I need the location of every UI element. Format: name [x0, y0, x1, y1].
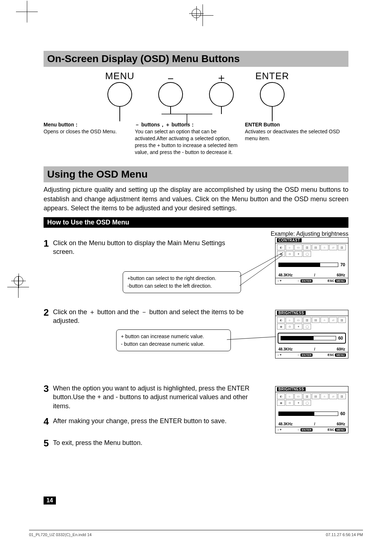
example-label: Example: Adjusting brightness	[44, 231, 348, 237]
osd-tab-icon: ⌂	[320, 317, 328, 323]
osd-title: BRIGHTNESS	[277, 387, 306, 391]
menu-button-desc-head: Menu button：	[44, 122, 79, 127]
osd-title: CONTRAST	[277, 238, 302, 242]
osd-icon-row: ◐☼▭▥▤⌂ ▱▥◉⊙✦◯	[275, 392, 348, 407]
osd-tab-icon: ✦	[294, 251, 302, 257]
osd-tab-icon: ▱	[329, 317, 337, 323]
page-content: On-Screen Display (OSD) Menu Buttons MEN…	[44, 51, 348, 505]
plus-button-icon	[209, 82, 234, 107]
leader-line	[221, 107, 222, 114]
osd-tab-icon: ☼	[286, 393, 294, 399]
osd-panel-brightness: BRIGHTNESS ◐☼▭▥▤⌂ ▱▥◉⊙✦◯ 60 48.3KHz / 60…	[275, 386, 348, 433]
footer-left: 01_PL720_UZ 0332(C)_En.indd 14	[29, 532, 91, 537]
osd-tab-icon: ▥	[303, 244, 311, 250]
osd-tab-icon: ◐	[277, 317, 285, 323]
step-1: 1 Click on the Menu button to display th…	[44, 239, 232, 256]
osd-tab-icon: ⌂	[320, 393, 328, 399]
osd-value-row: 60	[278, 333, 346, 344]
osd-icon-row: ◐☼▭▥▤⌂ ▱▥◉⊙✦◯	[275, 316, 348, 331]
osd-value: 60	[338, 336, 343, 341]
enter-button-desc-head: ENTER Button	[245, 122, 280, 127]
menu-button-col: MENU	[102, 70, 138, 121]
callout-numeric: + button can increase numeric value. - b…	[116, 329, 231, 351]
step-text: When the option you want to adjust is hi…	[53, 384, 261, 410]
plusminus-button-desc: － buttons，＋ buttons： You can select an o…	[135, 121, 238, 155]
enter-button-col: ENTER	[254, 70, 290, 121]
osd-footer: - + → ENTER ESC MENU	[275, 352, 348, 358]
arrow-icon: →	[297, 279, 300, 283]
step-3: 3 When the option you want to adjust is …	[44, 384, 261, 410]
osd-tab-icon: ⊙	[286, 251, 294, 257]
plus-button-col: ＋	[203, 70, 240, 121]
osd-value: 70	[340, 262, 345, 267]
osd-tab-icon: ⊙	[286, 400, 294, 406]
osd-menu-tag: MENU	[335, 353, 346, 357]
print-footer: 01_PL720_UZ 0332(C)_En.indd 14 07.11.27 …	[29, 530, 363, 537]
menu-button-icon	[107, 82, 132, 107]
osd-slider	[278, 412, 338, 416]
osd-menu-tag: MENU	[335, 279, 346, 283]
step-number: 3	[44, 384, 52, 410]
osd-tab-icon: ▥	[338, 317, 346, 323]
osd-tab-icon: ☼	[286, 244, 294, 250]
minus-button-col: －	[152, 70, 189, 121]
osd-freq: 48.3KHz	[278, 347, 293, 351]
step-2: 2 Click on the ＋ button and the － button…	[44, 308, 261, 325]
step-text: To exit, press the Menu button.	[53, 438, 261, 448]
registration-left	[14, 276, 23, 285]
osd-tab-icon: ▥	[338, 244, 346, 250]
step-text: After making your change, press the ENTE…	[53, 417, 261, 426]
leader-line	[119, 107, 120, 121]
connector-svg	[44, 70, 348, 129]
arrow-icon: →	[297, 353, 300, 357]
svg-line-4	[227, 337, 276, 340]
enter-button-desc-text: Activates or deactivates the selected OS…	[245, 129, 340, 141]
osd-hz: 60Hz	[337, 347, 345, 351]
osd-tab-icon: ◉	[277, 251, 285, 257]
osd-footer-mp: - +	[278, 279, 282, 283]
osd-freq-row: 48.3KHz / 60Hz	[275, 421, 348, 427]
osd-hz: 60Hz	[337, 422, 345, 426]
osd-esc: ESC	[327, 279, 334, 283]
osd-header: CONTRAST	[275, 238, 348, 243]
osd-tab-icon: ▱	[329, 393, 337, 399]
osd-tab-icon: ▤	[312, 393, 320, 399]
step-text: Click on the Menu button to display the …	[53, 239, 232, 256]
section-title-osd-buttons: On-Screen Display (OSD) Menu Buttons	[44, 51, 348, 67]
footer-right: 07.11.27 6:56:14 PM	[326, 532, 363, 537]
plusminus-button-desc-text: You can select an option that can be act…	[135, 129, 237, 155]
button-diagram-row: MENU － ＋ ENTER	[44, 70, 348, 121]
osd-freq: 48.3KHz	[278, 273, 293, 277]
osd-slash: /	[314, 422, 315, 426]
step-number: 4	[44, 417, 52, 426]
osd-tab-icon: ✦	[294, 324, 302, 329]
button-descriptions: Menu button： Opens or closes the OSD Men…	[44, 121, 348, 155]
callout-line: - button can decrease numeric value.	[121, 340, 226, 348]
arrow-icon: →	[297, 428, 300, 432]
osd-tab-icon: ◐	[277, 244, 285, 250]
osd-tab-icon: ◉	[277, 400, 285, 406]
osd-value-row: 60	[275, 407, 348, 421]
callout-directions: +button can select to the right directio…	[123, 271, 241, 293]
osd-header: BRIGHTNESS	[275, 310, 348, 316]
osd-tab-icon: ▥	[303, 393, 311, 399]
plus-button-label: ＋	[216, 70, 227, 82]
enter-button-label: ENTER	[255, 70, 289, 82]
page-number: 14	[44, 497, 56, 505]
menu-button-label: MENU	[105, 70, 135, 82]
section-title-using-osd: Using the OSD Menu	[44, 166, 348, 182]
osd-value-row: 70	[275, 258, 348, 272]
osd-tab-icon: ▱	[329, 244, 337, 250]
osd-footer-mp: - +	[278, 353, 282, 357]
osd-footer: - + → ENTER ESC MENU	[275, 427, 348, 433]
osd-enter-tag: ENTER	[301, 428, 313, 432]
osd-tab-icon: ▥	[338, 393, 346, 399]
step-number: 2	[44, 308, 52, 325]
osd-tab-icon: ▭	[294, 393, 302, 399]
osd-menu-tag: MENU	[335, 428, 346, 432]
osd-tab-icon: ◯	[303, 251, 311, 257]
osd-tab-icon: ▭	[294, 317, 302, 323]
menu-button-desc: Menu button： Opens or closes the OSD Men…	[44, 121, 128, 155]
enter-button-desc: ENTER Button Activates or deactivates th…	[245, 121, 348, 155]
osd-tab-icon: ▤	[312, 244, 320, 250]
